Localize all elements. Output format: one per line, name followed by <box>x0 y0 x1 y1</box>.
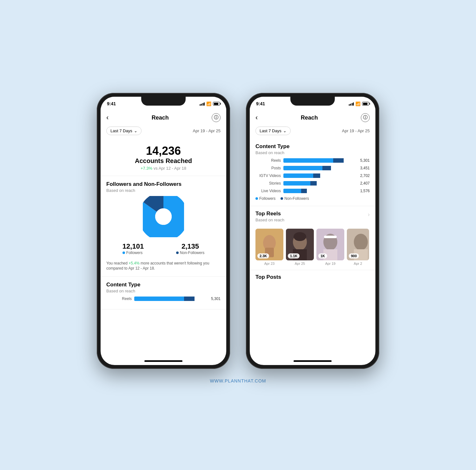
legend-non-followers: Non-Followers <box>281 196 309 201</box>
legend-followers: Followers <box>255 196 275 201</box>
bar-seg-light-igtv <box>283 173 313 178</box>
bar-track-stories <box>283 181 354 186</box>
phone-2-filter-button[interactable]: Last 7 Days ⌄ <box>255 127 291 135</box>
signal-icon <box>200 102 205 106</box>
phone-1-nav-title: Reach <box>152 114 169 121</box>
bar-seg-light-live <box>283 189 301 193</box>
bar-reels: Reels 5,301 <box>255 158 370 163</box>
phone1-bar-track-reels <box>134 297 205 301</box>
bar-track-igtv <box>283 173 354 178</box>
followers-section-title: Followers and Non-Followers <box>106 181 221 187</box>
info-button[interactable]: ⓘ <box>212 113 221 122</box>
chevron-down-icon-2: ⌄ <box>283 128 287 133</box>
battery-fill <box>214 103 218 105</box>
legend-followers-dot <box>255 197 258 200</box>
phone1-content-type-title: Content Type <box>106 282 221 288</box>
battery-icon <box>213 102 220 106</box>
phone-2-date-range: Apr 19 - Apr 25 <box>342 128 370 133</box>
phone-2-status-icons: 📶 <box>349 101 369 106</box>
legend-non-followers-dot <box>281 197 283 200</box>
phone-2-nav-title: Reach <box>301 114 318 121</box>
bar-chart-legend: Followers Non-Followers <box>255 196 370 201</box>
notch <box>141 97 186 106</box>
bar-value-igtv: 2,702 <box>357 173 370 178</box>
back-button-2[interactable]: ‹ <box>255 114 258 122</box>
bar-seg-dark <box>184 297 195 301</box>
reel-thumb-2: 1.1K <box>286 229 314 260</box>
back-button[interactable]: ‹ <box>106 114 109 122</box>
chevron-down-icon: ⌄ <box>134 128 137 133</box>
reel-item-1[interactable]: 2.3K Apr 23 <box>255 229 283 265</box>
reel-thumb-1: 2.3K <box>255 229 283 260</box>
bar-track-live <box>283 189 354 193</box>
battery-fill-2 <box>363 103 367 105</box>
followers-section-subtitle: Based on reach <box>106 188 221 193</box>
reel-thumb-3: 1K <box>316 229 344 260</box>
non-followers-count: 2,135 <box>176 242 204 251</box>
top-reels-header: Top Reels Based on reach › <box>255 211 370 225</box>
phone-1-screen: 9:41 📶 ‹ Reach ⓘ <box>101 97 226 365</box>
battery-icon-2 <box>362 102 369 106</box>
non-followers-stat: 2,135 Non-Followers <box>176 242 204 255</box>
top-reels-section: Top Reels Based on reach › <box>250 206 375 270</box>
phone-2-status-bar: 9:41 📶 <box>250 97 375 111</box>
bar-track-reels <box>283 158 354 163</box>
reel-item-2[interactable]: 1.1K Apr 25 <box>286 229 314 265</box>
phone-2-filter-label: Last 7 Days <box>260 128 281 133</box>
bar-value-live: 1,576 <box>357 189 370 193</box>
bar-seg-dark-igtv <box>313 173 320 178</box>
phone-2-time: 9:41 <box>256 101 265 106</box>
followers-count: 12,101 <box>122 242 144 251</box>
svg-point-2 <box>155 208 172 225</box>
phone-1-date-filter-bar: Last 7 Days ⌄ Apr 19 - Apr 25 <box>101 125 226 138</box>
bar-seg-light-stories <box>283 181 310 186</box>
bar-value-stories: 2,407 <box>357 181 370 186</box>
phone1-bar-value-reels: 5,301 <box>208 297 221 301</box>
phone2-content-type-title: Content Type <box>255 143 370 150</box>
followers-section: Followers and Non-Followers Based on rea… <box>101 176 226 277</box>
top-reels-chevron[interactable]: › <box>368 211 370 218</box>
accounts-reached-section: 14,236 Accounts Reached +7.3% vs Apr 12 … <box>101 138 226 176</box>
bar-label-igtv: IGTV Videos <box>255 173 281 178</box>
bar-label-live: Live Videos <box>255 189 281 193</box>
pie-chart <box>143 196 184 237</box>
legend-followers-label: Followers <box>259 196 275 201</box>
non-followers-dot <box>176 251 179 254</box>
bar-stories: Stories 2,407 <box>255 181 370 186</box>
reel-date-4: Apr 2 <box>347 262 369 265</box>
phone-1-date-range: Apr 19 - Apr 25 <box>193 128 221 133</box>
phone2-content-type-section: Content Type Based on reach Reels 5,301 … <box>250 138 375 206</box>
top-reels-subtitle: Based on reach <box>255 218 284 222</box>
svg-point-9 <box>294 232 306 241</box>
reel-date-1: Apr 23 <box>255 262 283 265</box>
top-posts-title: Top Posts <box>255 274 370 280</box>
top-reels-title: Top Reels <box>255 211 284 217</box>
info-button-2[interactable]: ⓘ <box>361 113 370 122</box>
followers-label: Followers <box>122 251 144 255</box>
bar-posts: Posts 3,451 <box>255 166 370 170</box>
phone-1-status-bar: 9:41 📶 <box>101 97 226 111</box>
bar-seg-dark-reels <box>333 158 344 163</box>
reel-date-3: Apr 19 <box>316 262 344 265</box>
accounts-reached-change: +7.3% vs Apr 12 - Apr 18 <box>106 166 221 171</box>
bar-seg-dark-stories <box>310 181 317 186</box>
bar-igtv: IGTV Videos 2,702 <box>255 173 370 178</box>
wifi-icon: 📶 <box>206 101 211 106</box>
bar-label-reels: Reels <box>255 158 281 163</box>
reel-badge-1: 2.3K <box>257 253 269 258</box>
top-posts-section: Top Posts <box>250 270 375 282</box>
reel-item-3[interactable]: 1K Apr 19 <box>316 229 344 265</box>
accounts-reached-number: 14,236 <box>106 145 221 157</box>
phone-1-filter-button[interactable]: Last 7 Days ⌄ <box>106 127 142 135</box>
phone-1-time: 9:41 <box>107 101 116 106</box>
bar-value-reels: 5,301 <box>357 158 370 163</box>
bar-live: Live Videos 1,576 <box>255 189 370 193</box>
reel-badge-4: 900 <box>349 253 359 258</box>
signal-icon-2 <box>349 102 354 106</box>
phone-1: 9:41 📶 ‹ Reach ⓘ <box>97 93 230 369</box>
bar-label-stories: Stories <box>255 181 281 186</box>
footer-url: WWW.PLANNTHAT.COM <box>210 378 266 383</box>
bar-seg-light <box>134 297 184 301</box>
reel-item-4[interactable]: 900 Apr 2 <box>347 229 369 265</box>
bar-seg-dark-posts <box>322 166 331 170</box>
